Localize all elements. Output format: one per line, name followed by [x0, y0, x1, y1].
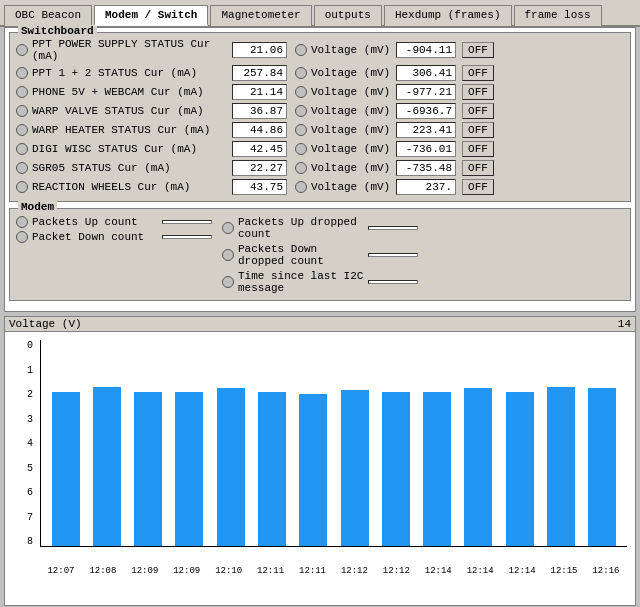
voltage-label-4: Voltage (mV) [311, 124, 396, 136]
voltage-val-1: 306.41 [396, 65, 456, 81]
tab-obc-beacon[interactable]: OBC Beacon [4, 5, 92, 26]
tab-outputs[interactable]: outputs [314, 5, 382, 26]
voltage-val-5: -736.01 [396, 141, 456, 157]
switch-row-1: PPT 1 + 2 STATUS Cur (mA) 257.84 Voltage… [16, 65, 624, 81]
switch-cur-7: 43.75 [232, 179, 287, 195]
x-label-8: 12:12 [383, 566, 410, 576]
switch-label-7: REACTION WHEELS Cur (mA) [32, 181, 232, 193]
bar-4 [217, 388, 245, 546]
modem-packet-down-label: Packet Down count [32, 231, 162, 243]
radio-sw-7[interactable] [16, 181, 28, 193]
chart-y-max: 14 [618, 318, 631, 330]
radio-sw-3[interactable] [16, 105, 28, 117]
switch-label-2: PHONE 5V + WEBCAM Cur (mA) [32, 86, 232, 98]
switch-row-6: SGR05 STATUS Cur (mA) 22.27 Voltage (mV)… [16, 160, 624, 176]
voltage-val-2: -977.21 [396, 84, 456, 100]
radio-v-6[interactable] [295, 162, 307, 174]
y-label-5: 5 [27, 463, 33, 474]
modem-down-dropped-value[interactable] [368, 253, 418, 257]
switch-label-6: SGR05 STATUS Cur (mA) [32, 162, 232, 174]
radio-sw-5[interactable] [16, 143, 28, 155]
voltage-label-2: Voltage (mV) [311, 86, 396, 98]
bar-group-7 [341, 390, 369, 546]
bar-group-13 [588, 388, 616, 546]
x-label-10: 12:14 [467, 566, 494, 576]
off-badge-6: OFF [462, 160, 494, 176]
modem-packets-up-value[interactable] [162, 220, 212, 224]
radio-v-3[interactable] [295, 105, 307, 117]
radio-sw-6[interactable] [16, 162, 28, 174]
switch-row-5: DIGI WISC STATUS Cur (mA) 42.45 Voltage … [16, 141, 624, 157]
voltage-val-7: 237. [396, 179, 456, 195]
x-label-12: 12:15 [551, 566, 578, 576]
x-label-11: 12:14 [509, 566, 536, 576]
radio-v-0[interactable] [295, 44, 307, 56]
tab-modem-switch[interactable]: Modem / Switch [94, 5, 208, 26]
bar-11 [506, 392, 534, 546]
off-badge-3: OFF [462, 103, 494, 119]
bar-group-9 [423, 392, 451, 546]
modem-i2c-time-value[interactable] [368, 280, 418, 284]
modem-left: Packets Up count Packet Down count [16, 213, 212, 294]
modem-row-i2c-time: Time since last I2C message [222, 270, 418, 294]
radio-sw-1[interactable] [16, 67, 28, 79]
switch-cur-4: 44.86 [232, 122, 287, 138]
tab-hexdump[interactable]: Hexdump (frames) [384, 5, 512, 26]
voltage-label-1: Voltage (mV) [311, 67, 396, 79]
x-label-9: 12:14 [425, 566, 452, 576]
modem-down-dropped-label: Packets Down dropped count [238, 243, 368, 267]
radio-i2c-time[interactable] [222, 276, 234, 288]
bar-5 [258, 392, 286, 546]
bar-9 [423, 392, 451, 546]
switch-cur-2: 21.14 [232, 84, 287, 100]
modem-i2c-time-label: Time since last I2C message [238, 270, 368, 294]
voltage-val-6: -735.48 [396, 160, 456, 176]
radio-v-1[interactable] [295, 67, 307, 79]
chart-container: Voltage (V) 14 876543210 12:0712:0812:09… [4, 316, 636, 606]
tab-frame-loss[interactable]: frame loss [514, 5, 602, 26]
x-label-0: 12:07 [47, 566, 74, 576]
x-label-13: 12:16 [592, 566, 619, 576]
switch-row-7: REACTION WHEELS Cur (mA) 43.75 Voltage (… [16, 179, 624, 195]
radio-sw-4[interactable] [16, 124, 28, 136]
switch-cur-0: 21.06 [232, 42, 287, 58]
chart-title: Voltage (V) [9, 318, 82, 330]
bar-group-8 [382, 392, 410, 546]
bar-10 [464, 388, 492, 546]
modem-up-dropped-value[interactable] [368, 226, 418, 230]
radio-packets-up[interactable] [16, 216, 28, 228]
modem-title: Modem [18, 201, 57, 213]
y-label-1: 1 [27, 365, 33, 376]
radio-v-2[interactable] [295, 86, 307, 98]
bar-2 [134, 392, 162, 546]
chart-title-bar: Voltage (V) 14 [5, 317, 635, 332]
modem-packet-down-value[interactable] [162, 235, 212, 239]
radio-sw-2[interactable] [16, 86, 28, 98]
switch-row-3: WARP VALVE STATUS Cur (mA) 36.87 Voltage… [16, 103, 624, 119]
switch-cur-5: 42.45 [232, 141, 287, 157]
radio-packet-down[interactable] [16, 231, 28, 243]
voltage-label-6: Voltage (mV) [311, 162, 396, 174]
radio-up-dropped[interactable] [222, 222, 234, 234]
bar-3 [175, 392, 203, 546]
tab-magnetometer[interactable]: Magnetometer [210, 5, 311, 26]
bar-group-4 [217, 388, 245, 546]
bar-0 [52, 392, 80, 546]
radio-v-5[interactable] [295, 143, 307, 155]
off-badge-7: OFF [462, 179, 494, 195]
y-label-6: 6 [27, 487, 33, 498]
switch-row-0: PPT POWER SUPPLY STATUS Cur (mA) 21.06 V… [16, 38, 624, 62]
voltage-val-4: 223.41 [396, 122, 456, 138]
x-label-4: 12:10 [215, 566, 242, 576]
switch-cur-1: 257.84 [232, 65, 287, 81]
voltage-val-0: -904.11 [396, 42, 456, 58]
radio-v-7[interactable] [295, 181, 307, 193]
radio-down-dropped[interactable] [222, 249, 234, 261]
y-label-3: 3 [27, 414, 33, 425]
y-label-7: 7 [27, 512, 33, 523]
radio-sw-0[interactable] [16, 44, 28, 56]
x-label-2: 12:09 [131, 566, 158, 576]
modem-row-up-dropped: Packets Up dropped count [222, 216, 418, 240]
radio-v-4[interactable] [295, 124, 307, 136]
modem-row-packets-up: Packets Up count [16, 216, 212, 228]
